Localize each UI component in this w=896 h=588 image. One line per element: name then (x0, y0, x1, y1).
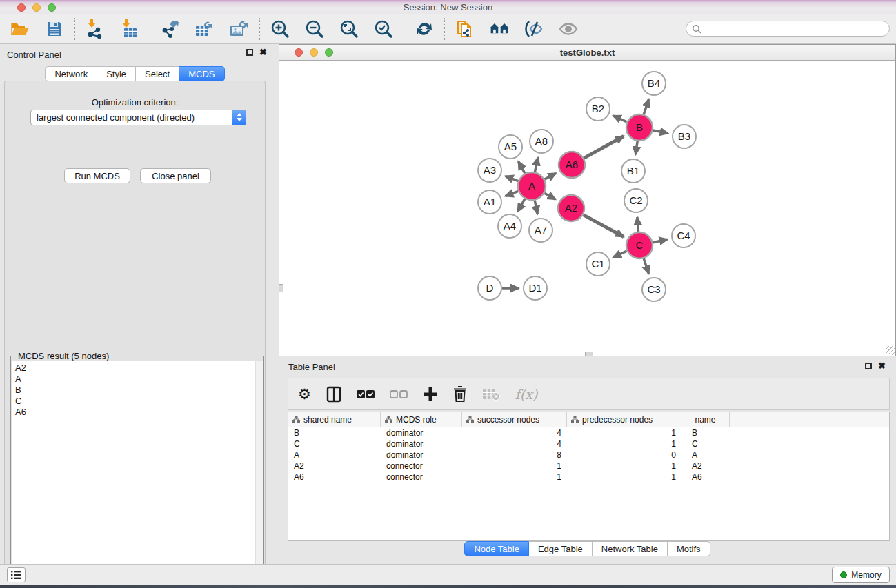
zoom-out-icon[interactable] (304, 19, 325, 39)
result-list-item[interactable]: A2 (15, 363, 263, 374)
graph-node-A[interactable]: A (518, 172, 546, 200)
graph-node-B2[interactable]: B2 (586, 97, 610, 121)
network-window-titlebar[interactable]: testGlobe.txt (279, 45, 895, 61)
graph-edge-A-A1[interactable] (505, 191, 518, 196)
import-table-icon[interactable] (119, 19, 140, 39)
graph-edge-B-B2[interactable] (613, 116, 627, 122)
clear-checks-icon[interactable] (390, 384, 408, 405)
export-image-icon[interactable] (229, 19, 250, 39)
graph-node-A3[interactable]: A3 (478, 159, 501, 182)
column-header-shared-name[interactable]: shared name (288, 412, 381, 427)
table-cell[interactable]: B (681, 427, 730, 438)
export-network-icon[interactable] (160, 19, 181, 39)
table-cell[interactable]: 8 (462, 449, 567, 460)
graph-edge-A-A5[interactable] (518, 161, 525, 173)
graph-edge-C-C3[interactable] (644, 258, 648, 274)
run-mcds-button[interactable]: Run MCDS (64, 168, 130, 183)
tab-mcds[interactable]: MCDS (179, 66, 224, 81)
table-cell[interactable]: A6 (288, 472, 381, 483)
graph-edge-A-A6[interactable] (545, 173, 557, 179)
graph-node-C2[interactable]: C2 (624, 189, 648, 212)
save-session-icon[interactable] (44, 19, 65, 39)
graph-node-A2[interactable]: A2 (558, 195, 584, 221)
graph-edge-A-A4[interactable] (518, 199, 525, 212)
tab-network[interactable]: Network (45, 66, 97, 81)
search-field[interactable] (686, 21, 890, 37)
graph-node-B4[interactable]: B4 (642, 72, 666, 95)
table-cell[interactable] (730, 427, 889, 438)
table-cell[interactable]: 0 (567, 449, 681, 460)
graph-node-D1[interactable]: D1 (524, 276, 547, 300)
float-panel-icon[interactable] (246, 49, 253, 56)
table-cell[interactable]: dominator (381, 438, 462, 449)
refresh-icon[interactable] (414, 19, 435, 39)
graph-edge-B-B1[interactable] (635, 141, 637, 154)
graph-edge-C-C4[interactable] (653, 239, 668, 243)
node-table[interactable]: shared nameMCDS rolesuccessor nodesprede… (288, 412, 890, 541)
table-row[interactable]: Bdominator41B (288, 427, 889, 438)
table-cell[interactable]: 1 (567, 427, 681, 438)
table-cell[interactable]: C (288, 438, 381, 449)
graph-node-C3[interactable]: C3 (642, 278, 666, 301)
gear-icon[interactable]: ⚙ (298, 384, 311, 405)
graph-node-A8[interactable]: A8 (530, 130, 553, 153)
export-table-icon[interactable] (195, 19, 215, 39)
table-row[interactable]: Cdominator41C (288, 438, 889, 449)
tab-style[interactable]: Style (97, 66, 136, 81)
window-resize-grip[interactable] (886, 346, 895, 355)
table-cell[interactable]: 4 (462, 438, 567, 449)
table-cell[interactable]: A (288, 449, 381, 460)
table-cell[interactable]: 1 (567, 472, 681, 483)
tab-node-table[interactable]: Node Table (464, 541, 529, 556)
graph-edge-A-A7[interactable] (535, 201, 537, 214)
graph-node-A7[interactable]: A7 (529, 219, 552, 242)
table-cell[interactable]: C (681, 438, 730, 449)
table-cell[interactable] (730, 460, 889, 472)
graph-node-A6[interactable]: A6 (559, 152, 585, 178)
mcds-result-list[interactable]: A2ABCA6 (12, 361, 263, 585)
result-list-item[interactable]: B (15, 385, 263, 396)
zoom-selected-icon[interactable] (373, 19, 394, 39)
network-canvas[interactable]: B4B2BB3B1A5A8A6A3AA1C2A2A4A7C4CC1C3DD1 (279, 61, 895, 356)
graph-edge-B-B3[interactable] (653, 130, 668, 133)
graph-edge-A-A2[interactable] (544, 193, 555, 199)
delete-icon[interactable] (453, 384, 467, 405)
table-cell[interactable]: 1 (462, 460, 567, 472)
zoom-in-icon[interactable] (270, 19, 290, 39)
graph-edge-C-C2[interactable] (637, 217, 639, 232)
table-row[interactable]: A6connector11A6 (288, 472, 889, 483)
table-cell[interactable] (730, 449, 889, 460)
column-header-successor-nodes[interactable]: successor nodes (462, 412, 567, 427)
result-list-item[interactable]: C (15, 396, 263, 407)
graph-node-D[interactable]: D (478, 276, 501, 300)
table-cell[interactable]: connector (381, 460, 462, 472)
column-header-name[interactable]: name (681, 412, 730, 427)
graph-node-C1[interactable]: C1 (586, 252, 610, 276)
table-cell[interactable]: connector (381, 472, 462, 483)
split-view-icon[interactable] (326, 384, 341, 405)
table-row[interactable]: A2connector11A2 (288, 460, 889, 472)
tab-select[interactable]: Select (136, 66, 179, 81)
tab-motifs[interactable]: Motifs (668, 541, 710, 556)
graph-node-C4[interactable]: C4 (672, 224, 695, 247)
graph-node-C[interactable]: C (626, 232, 653, 258)
column-header-MCDS-role[interactable]: MCDS role (381, 412, 462, 427)
graph-edge-A2-C[interactable] (584, 215, 624, 237)
graph-node-A5[interactable]: A5 (499, 135, 522, 159)
table-cell[interactable]: dominator (381, 427, 462, 438)
home-views-icon[interactable] (489, 19, 510, 39)
table-cell[interactable]: A6 (681, 472, 730, 483)
table-cell[interactable]: A2 (288, 460, 381, 472)
float-panel-icon[interactable] (865, 363, 872, 369)
table-cell[interactable]: B (288, 427, 381, 438)
task-history-button[interactable] (7, 567, 26, 582)
graph-node-B1[interactable]: B1 (621, 159, 645, 183)
table-cell[interactable]: A2 (681, 460, 730, 472)
graph-edge-B-B4[interactable] (644, 99, 648, 114)
result-list-item[interactable]: A (15, 374, 263, 385)
add-column-icon[interactable] (423, 384, 438, 405)
graph-edge-A-A8[interactable] (535, 157, 538, 172)
tab-network-table[interactable]: Network Table (593, 541, 668, 556)
table-cell[interactable]: 4 (462, 427, 567, 438)
close-panel-icon[interactable]: ✖ (878, 363, 886, 369)
